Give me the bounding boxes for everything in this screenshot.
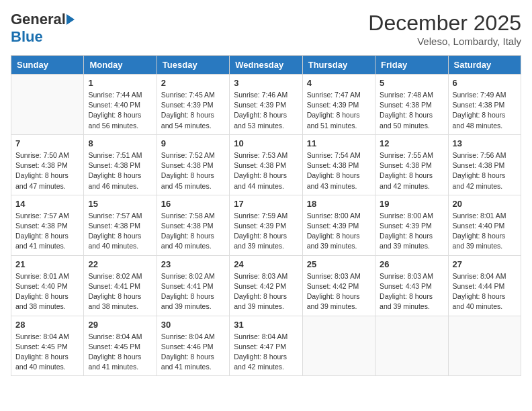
- day-number: 26: [380, 259, 443, 269]
- day-number: 23: [161, 259, 225, 269]
- title-block: December 2025 Veleso, Lombardy, Italy: [368, 11, 521, 47]
- calendar-cell: 30Sunrise: 8:04 AMSunset: 4:46 PMDayligh…: [157, 316, 229, 376]
- day-detail: Sunrise: 7:45 AMSunset: 4:39 PMDaylight:…: [161, 90, 225, 131]
- day-number: 2: [161, 78, 225, 88]
- day-number: 16: [161, 199, 225, 209]
- day-number: 12: [380, 138, 443, 148]
- logo-blue: Blue: [11, 28, 43, 45]
- day-detail: Sunrise: 7:56 AMSunset: 4:38 PMDaylight:…: [453, 150, 517, 191]
- day-detail: Sunrise: 7:44 AMSunset: 4:40 PMDaylight:…: [88, 90, 152, 131]
- calendar-cell: 26Sunrise: 8:03 AMSunset: 4:43 PMDayligh…: [375, 255, 448, 316]
- day-detail: Sunrise: 7:57 AMSunset: 4:38 PMDaylight:…: [15, 211, 79, 252]
- weekday-header-monday: Monday: [84, 56, 157, 75]
- day-detail: Sunrise: 8:01 AMSunset: 4:40 PMDaylight:…: [15, 271, 79, 312]
- weekday-header-saturday: Saturday: [448, 56, 521, 75]
- day-number: 17: [234, 199, 298, 209]
- day-number: 13: [453, 138, 517, 148]
- day-number: 7: [15, 138, 79, 148]
- day-number: 20: [453, 199, 517, 209]
- month-title: December 2025: [368, 11, 521, 36]
- logo: General Blue: [11, 11, 81, 46]
- calendar-cell: 19Sunrise: 8:00 AMSunset: 4:39 PMDayligh…: [375, 195, 448, 255]
- calendar-cell: 8Sunrise: 7:51 AMSunset: 4:38 PMDaylight…: [84, 134, 157, 195]
- calendar-cell: 14Sunrise: 7:57 AMSunset: 4:38 PMDayligh…: [11, 195, 84, 255]
- day-number: 31: [234, 320, 298, 330]
- day-number: 25: [307, 259, 371, 269]
- calendar-cell: 5Sunrise: 7:48 AMSunset: 4:38 PMDaylight…: [375, 75, 448, 135]
- calendar-cell: 12Sunrise: 7:55 AMSunset: 4:38 PMDayligh…: [375, 134, 448, 195]
- day-detail: Sunrise: 8:03 AMSunset: 4:42 PMDaylight:…: [307, 271, 371, 312]
- day-number: 10: [234, 138, 298, 148]
- calendar-week-3: 14Sunrise: 7:57 AMSunset: 4:38 PMDayligh…: [11, 195, 521, 255]
- calendar-cell: [302, 316, 375, 376]
- weekday-header-sunday: Sunday: [11, 56, 84, 75]
- day-detail: Sunrise: 7:46 AMSunset: 4:39 PMDaylight:…: [234, 90, 298, 131]
- day-number: 6: [453, 78, 517, 88]
- day-number: 22: [88, 259, 152, 269]
- calendar-cell: 17Sunrise: 7:59 AMSunset: 4:39 PMDayligh…: [230, 195, 302, 255]
- weekday-header-friday: Friday: [375, 56, 448, 75]
- day-number: 24: [234, 259, 298, 269]
- day-detail: Sunrise: 7:48 AMSunset: 4:38 PMDaylight:…: [380, 90, 443, 131]
- day-number: 21: [15, 259, 79, 269]
- day-detail: Sunrise: 7:59 AMSunset: 4:39 PMDaylight:…: [234, 211, 298, 252]
- calendar-cell: 31Sunrise: 8:04 AMSunset: 4:47 PMDayligh…: [230, 316, 302, 376]
- day-detail: Sunrise: 7:57 AMSunset: 4:38 PMDaylight:…: [88, 211, 152, 252]
- day-detail: Sunrise: 8:01 AMSunset: 4:40 PMDaylight:…: [453, 211, 517, 252]
- calendar-cell: 10Sunrise: 7:53 AMSunset: 4:38 PMDayligh…: [230, 134, 302, 195]
- day-number: 11: [307, 138, 371, 148]
- day-detail: Sunrise: 8:00 AMSunset: 4:39 PMDaylight:…: [307, 211, 371, 252]
- day-detail: Sunrise: 7:50 AMSunset: 4:38 PMDaylight:…: [15, 150, 79, 191]
- calendar-cell: 27Sunrise: 8:04 AMSunset: 4:44 PMDayligh…: [448, 255, 521, 316]
- day-number: 8: [88, 138, 152, 148]
- calendar-cell: 18Sunrise: 8:00 AMSunset: 4:39 PMDayligh…: [302, 195, 375, 255]
- calendar-cell: 24Sunrise: 8:03 AMSunset: 4:42 PMDayligh…: [230, 255, 302, 316]
- day-number: 18: [307, 199, 371, 209]
- day-detail: Sunrise: 8:00 AMSunset: 4:39 PMDaylight:…: [380, 211, 443, 252]
- calendar-cell: 1Sunrise: 7:44 AMSunset: 4:40 PMDaylight…: [84, 75, 157, 135]
- day-detail: Sunrise: 8:04 AMSunset: 4:45 PMDaylight:…: [88, 332, 152, 373]
- calendar-cell: 16Sunrise: 7:58 AMSunset: 4:38 PMDayligh…: [157, 195, 229, 255]
- weekday-header-tuesday: Tuesday: [157, 56, 229, 75]
- calendar-week-5: 28Sunrise: 8:04 AMSunset: 4:45 PMDayligh…: [11, 316, 521, 376]
- day-number: 15: [88, 199, 152, 209]
- calendar-cell: 15Sunrise: 7:57 AMSunset: 4:38 PMDayligh…: [84, 195, 157, 255]
- weekday-header-row: SundayMondayTuesdayWednesdayThursdayFrid…: [11, 56, 521, 75]
- day-detail: Sunrise: 8:03 AMSunset: 4:42 PMDaylight:…: [234, 271, 298, 312]
- calendar-cell: 13Sunrise: 7:56 AMSunset: 4:38 PMDayligh…: [448, 134, 521, 195]
- calendar-cell: 29Sunrise: 8:04 AMSunset: 4:45 PMDayligh…: [84, 316, 157, 376]
- day-detail: Sunrise: 8:04 AMSunset: 4:47 PMDaylight:…: [234, 332, 298, 373]
- calendar-cell: 9Sunrise: 7:52 AMSunset: 4:38 PMDaylight…: [157, 134, 229, 195]
- day-detail: Sunrise: 8:04 AMSunset: 4:45 PMDaylight:…: [15, 332, 79, 373]
- day-detail: Sunrise: 8:02 AMSunset: 4:41 PMDaylight:…: [88, 271, 152, 312]
- calendar-cell: 6Sunrise: 7:49 AMSunset: 4:38 PMDaylight…: [448, 75, 521, 135]
- calendar-week-2: 7Sunrise: 7:50 AMSunset: 4:38 PMDaylight…: [11, 134, 521, 195]
- calendar-cell: 4Sunrise: 7:47 AMSunset: 4:39 PMDaylight…: [302, 75, 375, 135]
- page-header: General Blue December 2025 Veleso, Lomba…: [11, 11, 521, 47]
- day-detail: Sunrise: 7:51 AMSunset: 4:38 PMDaylight:…: [88, 150, 152, 191]
- calendar-cell: 7Sunrise: 7:50 AMSunset: 4:38 PMDaylight…: [11, 134, 84, 195]
- day-number: 9: [161, 138, 225, 148]
- weekday-header-thursday: Thursday: [302, 56, 375, 75]
- logo-icon: [66, 14, 80, 25]
- calendar-cell: 11Sunrise: 7:54 AMSunset: 4:38 PMDayligh…: [302, 134, 375, 195]
- day-detail: Sunrise: 8:03 AMSunset: 4:43 PMDaylight:…: [380, 271, 443, 312]
- day-detail: Sunrise: 8:04 AMSunset: 4:44 PMDaylight:…: [453, 271, 517, 312]
- day-number: 1: [88, 78, 152, 88]
- day-detail: Sunrise: 7:58 AMSunset: 4:38 PMDaylight:…: [161, 211, 225, 252]
- day-number: 29: [88, 320, 152, 330]
- svg-marker-0: [66, 14, 75, 25]
- calendar-cell: [375, 316, 448, 376]
- calendar-week-1: 1Sunrise: 7:44 AMSunset: 4:40 PMDaylight…: [11, 75, 521, 135]
- day-detail: Sunrise: 8:04 AMSunset: 4:46 PMDaylight:…: [161, 332, 225, 373]
- logo-general: General: [11, 11, 66, 28]
- calendar-cell: [448, 316, 521, 376]
- calendar-cell: 3Sunrise: 7:46 AMSunset: 4:39 PMDaylight…: [230, 75, 302, 135]
- day-detail: Sunrise: 7:47 AMSunset: 4:39 PMDaylight:…: [307, 90, 371, 131]
- day-number: 30: [161, 320, 225, 330]
- day-detail: Sunrise: 8:02 AMSunset: 4:41 PMDaylight:…: [161, 271, 225, 312]
- calendar-cell: 21Sunrise: 8:01 AMSunset: 4:40 PMDayligh…: [11, 255, 84, 316]
- location: Veleso, Lombardy, Italy: [368, 36, 521, 47]
- calendar-cell: 22Sunrise: 8:02 AMSunset: 4:41 PMDayligh…: [84, 255, 157, 316]
- day-number: 19: [380, 199, 443, 209]
